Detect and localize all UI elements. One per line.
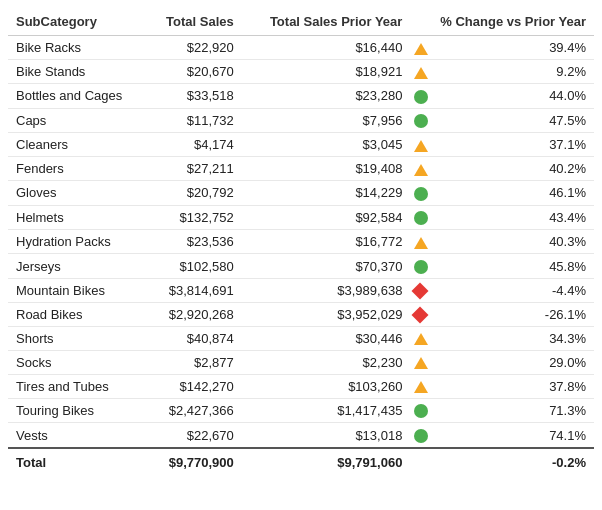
pct-change-cell: 46.1% [468,181,594,206]
total-sales-cell: $22,670 [147,423,242,448]
indicator-icon-cell [410,84,467,109]
pct-change-cell: -26.1% [468,302,594,326]
circle-green-icon [414,187,428,201]
indicator-icon-cell [410,254,467,279]
col-header-pct-change: % Change vs Prior Year [410,8,594,36]
total-sales-cell: $20,792 [147,181,242,206]
pct-change-cell: 37.1% [468,133,594,157]
subcategory-cell: Bike Stands [8,60,147,84]
table-row: Socks$2,877$2,23029.0% [8,350,594,374]
prior-year-cell: $1,417,435 [242,398,411,423]
up-triangle-icon [414,357,428,369]
indicator-icon-cell [410,374,467,398]
table-row: Vests$22,670$13,01874.1% [8,423,594,448]
total-sales-cell: $3,814,691 [147,278,242,302]
indicator-icon-cell [410,398,467,423]
indicator-icon-cell [410,108,467,133]
prior-year-cell: $18,921 [242,60,411,84]
table-row: Gloves$20,792$14,22946.1% [8,181,594,206]
subcategory-cell: Shorts [8,326,147,350]
table-row: Touring Bikes$2,427,366$1,417,43571.3% [8,398,594,423]
footer-prior-year: $9,791,060 [242,448,411,476]
total-sales-cell: $22,920 [147,36,242,60]
table-footer-row: Total $9,770,900 $9,791,060 -0.2% [8,448,594,476]
pct-change-cell: 39.4% [468,36,594,60]
indicator-icon-cell [410,350,467,374]
up-triangle-icon [414,140,428,152]
subcategory-cell: Fenders [8,157,147,181]
table-row: Mountain Bikes$3,814,691$3,989,638-4.4% [8,278,594,302]
footer-label: Total [8,448,147,476]
prior-year-cell: $14,229 [242,181,411,206]
pct-change-cell: 45.8% [468,254,594,279]
prior-year-cell: $16,772 [242,230,411,254]
prior-year-cell: $7,956 [242,108,411,133]
table-row: Road Bikes$2,920,268$3,952,029-26.1% [8,302,594,326]
subcategory-cell: Caps [8,108,147,133]
indicator-icon-cell [410,278,467,302]
total-sales-cell: $2,877 [147,350,242,374]
circle-green-icon [414,260,428,274]
total-sales-cell: $142,270 [147,374,242,398]
table-row: Caps$11,732$7,95647.5% [8,108,594,133]
footer-total-sales: $9,770,900 [147,448,242,476]
table-row: Helmets$132,752$92,58443.4% [8,205,594,230]
table-row: Hydration Packs$23,536$16,77240.3% [8,230,594,254]
circle-green-icon [414,211,428,225]
table-row: Jerseys$102,580$70,37045.8% [8,254,594,279]
subcategory-cell: Bike Racks [8,36,147,60]
table-row: Bottles and Cages$33,518$23,28044.0% [8,84,594,109]
total-sales-cell: $27,211 [147,157,242,181]
table-row: Shorts$40,874$30,44634.3% [8,326,594,350]
circle-green-icon [414,429,428,443]
up-triangle-icon [414,164,428,176]
indicator-icon-cell [410,157,467,181]
diamond-red-icon [412,307,429,324]
subcategory-cell: Hydration Packs [8,230,147,254]
prior-year-cell: $92,584 [242,205,411,230]
up-triangle-icon [414,67,428,79]
prior-year-cell: $3,045 [242,133,411,157]
prior-year-cell: $30,446 [242,326,411,350]
pct-change-cell: 37.8% [468,374,594,398]
subcategory-cell: Mountain Bikes [8,278,147,302]
prior-year-cell: $3,952,029 [242,302,411,326]
prior-year-cell: $103,260 [242,374,411,398]
footer-pct-change: -0.2% [468,448,594,476]
table-row: Bike Racks$22,920$16,44039.4% [8,36,594,60]
prior-year-cell: $13,018 [242,423,411,448]
pct-change-cell: 47.5% [468,108,594,133]
col-header-total-sales: Total Sales [147,8,242,36]
total-sales-cell: $4,174 [147,133,242,157]
pct-change-cell: 43.4% [468,205,594,230]
pct-change-cell: 29.0% [468,350,594,374]
prior-year-cell: $3,989,638 [242,278,411,302]
table-row: Bike Stands$20,670$18,9219.2% [8,60,594,84]
indicator-icon-cell [410,60,467,84]
pct-change-cell: 34.3% [468,326,594,350]
indicator-icon-cell [410,205,467,230]
footer-icon [410,448,467,476]
up-triangle-icon [414,333,428,345]
indicator-icon-cell [410,326,467,350]
total-sales-cell: $102,580 [147,254,242,279]
table-row: Fenders$27,211$19,40840.2% [8,157,594,181]
table-row: Tires and Tubes$142,270$103,26037.8% [8,374,594,398]
prior-year-cell: $19,408 [242,157,411,181]
pct-change-cell: -4.4% [468,278,594,302]
indicator-icon-cell [410,133,467,157]
total-sales-cell: $23,536 [147,230,242,254]
prior-year-cell: $23,280 [242,84,411,109]
subcategory-cell: Gloves [8,181,147,206]
pct-change-cell: 40.2% [468,157,594,181]
pct-change-cell: 74.1% [468,423,594,448]
circle-green-icon [414,114,428,128]
total-sales-cell: $132,752 [147,205,242,230]
prior-year-cell: $70,370 [242,254,411,279]
indicator-icon-cell [410,230,467,254]
pct-change-cell: 71.3% [468,398,594,423]
subcategory-cell: Road Bikes [8,302,147,326]
col-header-prior-year: Total Sales Prior Year [242,8,411,36]
subcategory-cell: Socks [8,350,147,374]
sales-table: SubCategory Total Sales Total Sales Prio… [8,8,594,476]
